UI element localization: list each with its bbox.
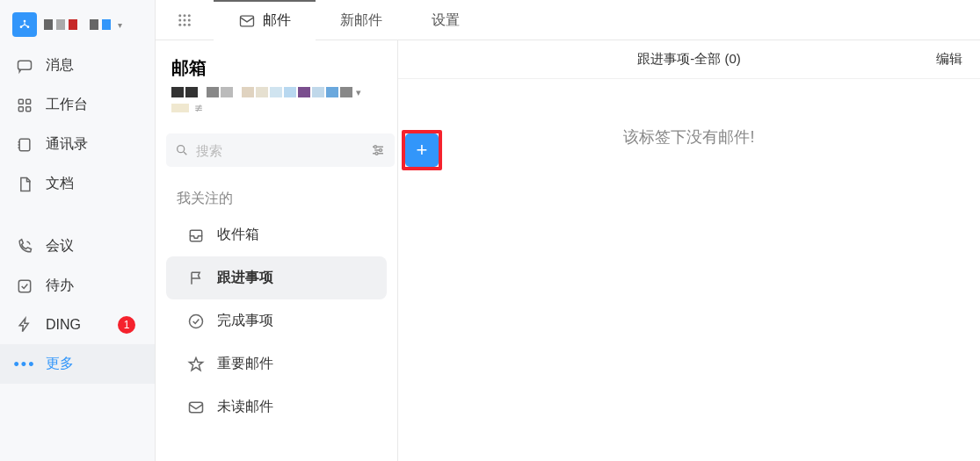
section-following: 我关注的: [156, 176, 397, 213]
account-sub: ≢: [171, 102, 381, 114]
tab-mail[interactable]: 邮件: [214, 0, 316, 40]
svg-rect-5: [26, 99, 31, 104]
nav-todo[interactable]: 待办: [0, 266, 155, 306]
svg-rect-19: [241, 16, 254, 26]
svg-point-20: [178, 146, 185, 153]
nav-workbench[interactable]: 工作台: [0, 85, 155, 125]
lightning-icon: [16, 316, 33, 334]
primary-nav: ▾ 消息 工作台 通讯录 文档 会议 待办: [0, 0, 156, 461]
nav-label: 通讯录: [46, 135, 88, 154]
nav-label: DING: [46, 317, 81, 333]
empty-text: 该标签下没有邮件!: [623, 126, 754, 461]
org-name-redacted: ▾: [44, 19, 122, 30]
svg-rect-9: [18, 280, 30, 292]
nav-docs[interactable]: 文档: [0, 164, 155, 204]
nav-label: 工作台: [46, 96, 88, 114]
mail-icon: [238, 12, 256, 30]
svg-point-10: [178, 14, 181, 17]
nav-label: 更多: [46, 355, 74, 373]
check-circle-icon: [187, 313, 205, 330]
folder-done[interactable]: 完成事项: [166, 299, 387, 342]
more-icon: •••: [16, 356, 33, 373]
mail-list-pane: 跟进事项-全部 (0) 编辑 该标签下没有邮件!: [398, 40, 980, 461]
edit-button[interactable]: 编辑: [936, 51, 962, 68]
svg-rect-3: [18, 61, 32, 69]
svg-point-24: [190, 314, 203, 328]
nav-contacts[interactable]: 通讯录: [0, 125, 155, 164]
svg-point-18: [188, 23, 191, 25]
folder-label: 跟进事项: [217, 269, 273, 287]
search-input[interactable]: [196, 143, 363, 158]
svg-point-0: [24, 20, 26, 23]
tab-label: 新邮件: [340, 11, 382, 30]
folder-important[interactable]: 重要邮件: [166, 342, 387, 385]
svg-rect-25: [190, 402, 203, 413]
ding-badge: 1: [118, 316, 135, 334]
folder-label: 重要邮件: [217, 355, 273, 373]
flag-icon: [187, 270, 205, 287]
list-header: 跟进事项-全部 (0) 编辑: [398, 40, 980, 79]
filter-icon[interactable]: [370, 142, 386, 158]
svg-point-15: [188, 18, 191, 21]
search-box[interactable]: [166, 133, 395, 167]
folder-unread[interactable]: 未读邮件: [166, 385, 387, 429]
svg-point-13: [178, 18, 181, 21]
svg-point-11: [184, 14, 186, 17]
nav-label: 会议: [46, 237, 74, 256]
main-area: 邮件 新邮件 设置 邮箱: [156, 0, 980, 461]
svg-point-23: [375, 152, 378, 155]
svg-point-12: [188, 14, 191, 17]
svg-rect-8: [19, 139, 30, 150]
empty-state: 该标签下没有邮件!: [398, 79, 980, 461]
tabbar: 邮件 新邮件 设置: [156, 0, 980, 40]
nav-label: 待办: [46, 277, 74, 295]
svg-point-16: [178, 23, 181, 25]
account-redacted: ▾: [171, 87, 381, 98]
phone-icon: [16, 238, 33, 256]
folder-label: 未读邮件: [217, 398, 273, 416]
org-icon: [12, 12, 37, 37]
docs-icon: [16, 176, 33, 193]
org-header[interactable]: ▾: [0, 7, 155, 46]
nav-ding[interactable]: DING 1: [0, 306, 155, 344]
tab-label: 邮件: [263, 11, 291, 30]
tab-label: 设置: [432, 11, 460, 30]
account-selector[interactable]: ▾ ≢: [156, 87, 397, 119]
svg-point-17: [184, 23, 186, 25]
folder-inbox[interactable]: 收件箱: [166, 213, 387, 256]
tab-settings[interactable]: 设置: [407, 0, 484, 40]
star-icon: [187, 356, 205, 373]
nav-messages[interactable]: 消息: [0, 46, 155, 85]
svg-rect-7: [26, 106, 31, 111]
folder-label: 收件箱: [217, 226, 259, 244]
svg-point-21: [374, 146, 377, 148]
app-grid-button[interactable]: [156, 12, 214, 28]
svg-rect-6: [18, 106, 23, 111]
folder-followup[interactable]: 跟进事项: [166, 256, 387, 299]
svg-point-14: [184, 18, 186, 21]
list-title: 跟进事项-全部 (0): [637, 51, 741, 68]
svg-rect-4: [18, 99, 23, 104]
tab-new-mail[interactable]: 新邮件: [316, 0, 407, 40]
nav-label: 文档: [46, 175, 74, 193]
folder-label: 完成事项: [217, 312, 273, 330]
check-icon: [16, 277, 33, 295]
contacts-icon: [16, 136, 33, 154]
search-icon: [175, 143, 189, 157]
grid-icon: [16, 97, 33, 114]
mail-icon: [187, 399, 205, 416]
nav-label: 消息: [46, 56, 74, 75]
nav-more[interactable]: ••• 更多: [0, 344, 155, 384]
chat-icon: [16, 57, 33, 75]
mail-sidebar: 邮箱 ▾: [156, 40, 398, 461]
mail-title: 邮箱: [156, 56, 397, 87]
nav-meetings[interactable]: 会议: [0, 227, 155, 266]
svg-point-22: [380, 149, 382, 152]
inbox-icon: [187, 227, 205, 244]
